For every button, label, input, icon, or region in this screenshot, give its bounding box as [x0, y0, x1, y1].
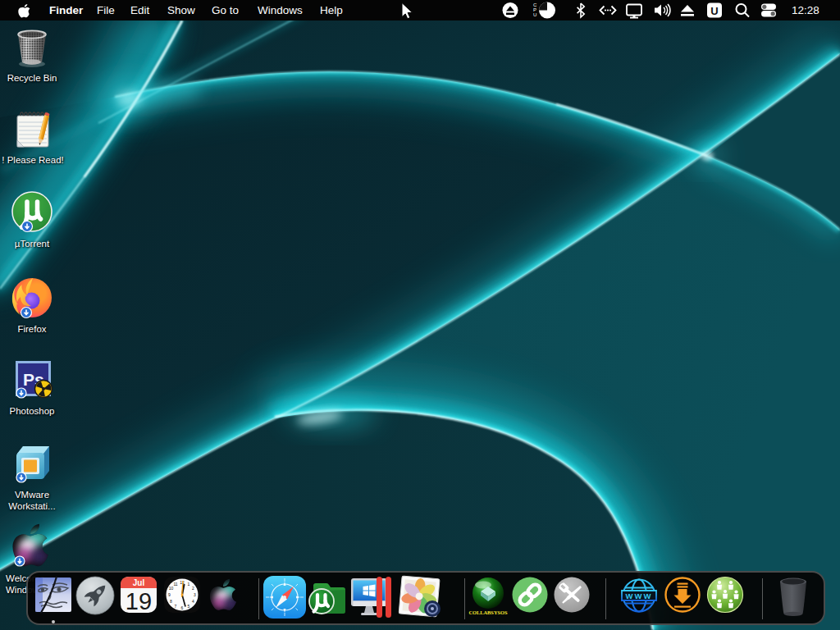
- svg-text:9: 9: [168, 592, 171, 597]
- svg-text:1: 1: [188, 582, 190, 587]
- svg-text:5: 5: [188, 604, 190, 609]
- svg-text:8: 8: [170, 599, 172, 604]
- svg-text:3: 3: [194, 592, 196, 597]
- svg-text:U: U: [533, 12, 536, 17]
- svg-text:4: 4: [192, 599, 194, 604]
- svg-text:7: 7: [175, 604, 177, 609]
- svg-text:11: 11: [173, 582, 177, 587]
- svg-text:6: 6: [181, 605, 184, 610]
- svg-text:10: 10: [169, 586, 174, 591]
- svg-text:Jul: Jul: [133, 578, 145, 587]
- svg-text:2: 2: [192, 586, 194, 591]
- svg-text:WWW: WWW: [626, 591, 653, 600]
- svg-text:U: U: [710, 5, 718, 17]
- svg-text:COLLABSYSOS: COLLABSYSOS: [468, 609, 508, 615]
- svg-text:19: 19: [126, 588, 152, 614]
